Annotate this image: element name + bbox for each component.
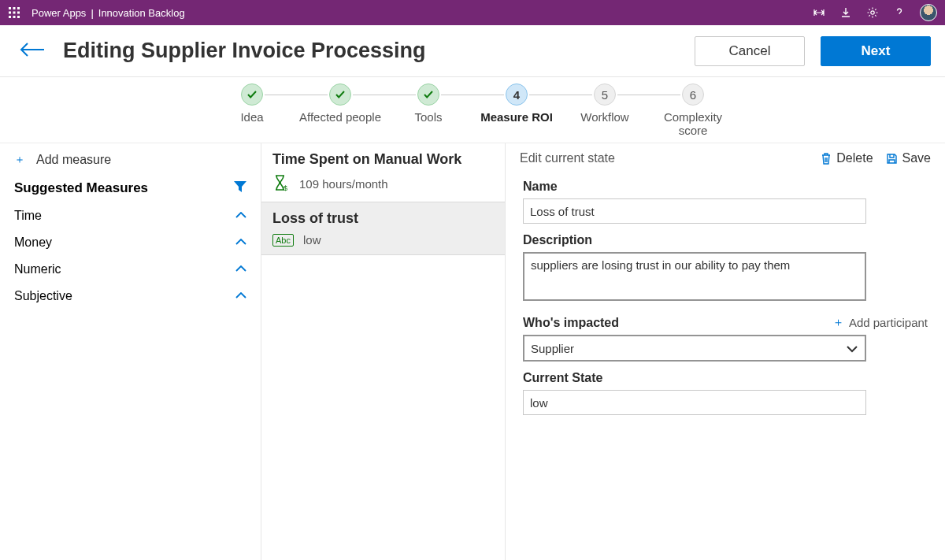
name-label: Name xyxy=(523,180,928,194)
svg-rect-5 xyxy=(17,12,20,14)
back-arrow-icon[interactable] xyxy=(19,42,46,61)
text-type-icon: Abc xyxy=(272,234,294,247)
step-number: 4 xyxy=(506,83,528,106)
who-impacted-value: Supplier xyxy=(531,342,574,355)
measure-card-loss-of-trust[interactable]: Loss of trust Abc low xyxy=(261,202,505,255)
add-participant-label: Add participant xyxy=(849,316,928,329)
step-tools[interactable]: Tools xyxy=(384,83,472,124)
step-complexity-score[interactable]: 6 Complexity score xyxy=(649,83,737,138)
current-state-label: Current State xyxy=(523,371,928,385)
chevron-up-icon xyxy=(235,235,246,250)
delete-button[interactable]: Delete xyxy=(821,151,873,165)
svg-rect-1 xyxy=(13,7,16,9)
step-affected-people[interactable]: Affected people xyxy=(296,83,384,124)
app-launcher-icon[interactable] xyxy=(8,6,20,19)
svg-rect-7 xyxy=(13,16,16,18)
save-button[interactable]: Save xyxy=(886,151,931,165)
category-label: Time xyxy=(14,209,42,223)
step-label: Affected people xyxy=(296,110,384,124)
chevron-up-icon xyxy=(235,209,246,223)
delete-label: Delete xyxy=(836,151,873,165)
measures-list: Time Spent on Manual Work $ 109 hours/mo… xyxy=(261,143,506,560)
topbar-actions xyxy=(813,4,937,21)
topbar-divider: | xyxy=(91,7,93,19)
download-icon[interactable] xyxy=(839,6,852,19)
add-participant-button[interactable]: ＋ Add participant xyxy=(832,315,928,330)
step-number: 5 xyxy=(594,83,616,106)
current-state-field[interactable] xyxy=(523,390,866,415)
category-label: Numeric xyxy=(14,262,61,276)
global-topbar: Power Apps | Innovation Backlog xyxy=(0,0,945,25)
category-time[interactable]: Time xyxy=(0,202,261,229)
svg-rect-8 xyxy=(17,16,20,18)
name-field[interactable] xyxy=(523,198,866,224)
page-title: Editing Supplier Invoice Processing xyxy=(63,39,695,63)
svg-rect-0 xyxy=(9,7,11,9)
measure-value: 109 hours/month xyxy=(299,177,388,191)
svg-rect-6 xyxy=(9,16,11,18)
category-label: Subjective xyxy=(14,289,72,303)
topbar-context: Innovation Backlog xyxy=(98,7,185,19)
step-label: Tools xyxy=(384,110,472,124)
who-impacted-label: Who's impacted xyxy=(523,316,619,330)
category-subjective[interactable]: Subjective xyxy=(0,283,261,310)
cancel-button[interactable]: Cancel xyxy=(695,36,805,66)
svg-rect-2 xyxy=(17,7,20,9)
plus-icon: ＋ xyxy=(832,315,844,330)
measures-sidebar: ＋ Add measure Suggested Measures Time Mo… xyxy=(0,143,261,560)
measure-title: Loss of trust xyxy=(272,210,494,227)
chevron-up-icon xyxy=(235,289,246,303)
step-label: Measure ROI xyxy=(472,110,561,124)
chevron-up-icon xyxy=(235,262,246,276)
step-label: Workflow xyxy=(561,110,649,124)
svg-point-9 xyxy=(871,11,874,14)
step-idea[interactable]: Idea xyxy=(208,83,296,124)
svg-rect-3 xyxy=(9,12,11,14)
category-money[interactable]: Money xyxy=(0,229,261,256)
fit-icon[interactable] xyxy=(813,6,825,19)
next-button[interactable]: Next xyxy=(821,36,931,66)
wizard-stepper: Idea Affected people Tools 4 Measure ROI… xyxy=(0,77,945,143)
step-number: 6 xyxy=(682,83,704,106)
add-measure-button[interactable]: ＋ Add measure xyxy=(0,143,261,174)
measure-title: Time Spent on Manual Work xyxy=(272,151,494,168)
measure-card-time[interactable]: Time Spent on Manual Work $ 109 hours/mo… xyxy=(261,143,505,202)
edit-panel-title: Edit current state xyxy=(520,151,808,165)
svg-text:$: $ xyxy=(284,184,287,191)
filter-icon[interactable] xyxy=(234,180,246,196)
step-label: Complexity score xyxy=(649,110,737,138)
measure-value: low xyxy=(303,233,321,247)
who-impacted-select[interactable]: Supplier xyxy=(523,335,866,362)
step-measure-roi[interactable]: 4 Measure ROI xyxy=(472,83,561,124)
edit-panel: Edit current state Delete Save Name Desc… xyxy=(506,143,945,560)
description-field[interactable] xyxy=(523,252,866,301)
category-numeric[interactable]: Numeric xyxy=(0,256,261,283)
gear-icon[interactable] xyxy=(866,6,879,19)
topbar-title: Power Apps | Innovation Backlog xyxy=(32,7,813,19)
suggested-measures-heading: Suggested Measures xyxy=(0,174,261,202)
step-workflow[interactable]: 5 Workflow xyxy=(561,83,649,124)
category-label: Money xyxy=(14,235,52,250)
topbar-app-name: Power Apps xyxy=(32,7,86,19)
step-label: Idea xyxy=(208,110,296,124)
page-header: Editing Supplier Invoice Processing Canc… xyxy=(0,25,945,77)
save-label: Save xyxy=(902,151,931,165)
hourglass-dollar-icon: $ xyxy=(272,174,290,194)
content-body: ＋ Add measure Suggested Measures Time Mo… xyxy=(0,143,945,560)
add-measure-label: Add measure xyxy=(36,153,111,167)
svg-rect-4 xyxy=(13,12,16,14)
user-avatar[interactable] xyxy=(920,4,937,21)
heading-text: Suggested Measures xyxy=(14,180,148,196)
chevron-down-icon xyxy=(846,342,858,355)
help-icon[interactable] xyxy=(893,6,906,19)
plus-icon: ＋ xyxy=(14,153,25,167)
description-label: Description xyxy=(523,233,928,247)
